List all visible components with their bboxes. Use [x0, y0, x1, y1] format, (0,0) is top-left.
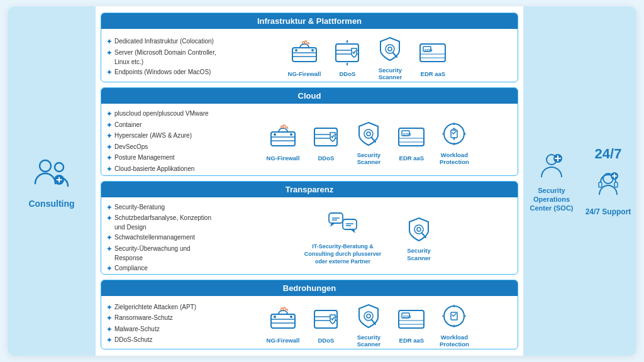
- bullets-infrastruktur: ✦Dedicated Infrastruktur (Colocation) ✦S…: [106, 36, 219, 78]
- svg-point-13: [386, 45, 394, 53]
- svg-point-52: [290, 315, 292, 318]
- svg-point-47: [417, 228, 421, 231]
- ng-firewall-label-bdr: NG-Firewall: [267, 337, 300, 344]
- icons-row-bedrohungen: NG-Firewall DD: [225, 301, 513, 348]
- section-body-transparenz: ✦Security-Beratung ✦Schutzbedarfsanalyse…: [101, 197, 518, 275]
- icon-workload-bdr: WorkloadProtection: [438, 301, 470, 348]
- workload-label-bdr: WorkloadProtection: [440, 334, 469, 348]
- ddos-label-cloud: DDoS: [318, 155, 334, 162]
- icon-security-scanner-bdr: SecurityScanner: [352, 301, 385, 348]
- svg-point-15: [388, 47, 392, 51]
- right-sidebar-support: 24/7 24/7 Support: [580, 6, 636, 356]
- workload-label-cloud: WorkloadProtection: [440, 151, 469, 166]
- icon-edr-infra: EDR EDR aaS: [416, 38, 449, 77]
- icon-workload-cloud: WorkloadProtection: [438, 119, 470, 166]
- section-body-bedrohungen: ✦Zielgerichtete Attacken (APT) ✦Ransomwa…: [101, 296, 518, 349]
- section-header-cloud: Cloud: [101, 88, 518, 104]
- section-body-cloud: ✦pluscloud open/pluscoud VMware ✦Contain…: [101, 104, 518, 175]
- svg-point-45: [414, 225, 423, 234]
- icons-row-infrastruktur: NG-Firewall: [225, 34, 513, 81]
- svg-point-1: [55, 163, 64, 172]
- bullets-cloud: ✦pluscloud open/pluscoud VMware ✦Contain…: [106, 109, 219, 175]
- support-247-block: 24/7: [595, 146, 622, 162]
- svg-text:EDR: EDR: [403, 315, 411, 319]
- left-sidebar: Consulting: [8, 6, 96, 356]
- security-scanner-label-transparenz: SecurityScanner: [407, 247, 431, 261]
- bullets-transparenz: ✦Security-Beratung ✦Schutzbedarfsanalyse…: [106, 202, 219, 275]
- security-scanner-label-bdr: SecurityScanner: [357, 334, 381, 348]
- edr-label-infra: EDR aaS: [421, 70, 446, 77]
- security-scanner-label-infra: SecurityScanner: [379, 67, 402, 81]
- section-infrastruktur: Infrastruktur & Plattformen ✦Dedicated I…: [101, 13, 518, 82]
- icon-security-scanner-transparenz: SecurityScanner: [402, 214, 435, 261]
- main-container: Consulting Infrastruktur & Plattformen ✦…: [8, 6, 636, 356]
- svg-point-0: [40, 160, 51, 172]
- icon-ng-firewall-bdr: NG-Firewall: [267, 304, 300, 344]
- it-consulting-text: IT-Security-Beratung & Consulting durch …: [302, 243, 384, 265]
- svg-text:EDR: EDR: [403, 133, 411, 136]
- it-consulting-box: IT-Security-Beratung & Consulting durch …: [302, 211, 384, 265]
- ddos-label-infra: DDoS: [339, 70, 355, 77]
- icon-edr-bdr: EDR EDR aaS: [395, 304, 428, 344]
- security-scanner-label-cloud: SecurityScanner: [357, 151, 381, 166]
- section-header-transparenz: Transparenz: [101, 182, 518, 197]
- svg-rect-72: [614, 182, 618, 187]
- section-cloud: Cloud ✦pluscloud open/pluscoud VMware ✦C…: [101, 87, 518, 175]
- main-content: Infrastruktur & Plattformen ✦Dedicated I…: [96, 6, 523, 356]
- svg-point-51: [274, 315, 276, 318]
- consulting-label: Consulting: [28, 199, 74, 209]
- svg-point-8: [295, 49, 297, 52]
- svg-rect-71: [599, 182, 602, 187]
- svg-point-56: [364, 312, 373, 321]
- edr-label-bdr: EDR aaS: [399, 337, 425, 344]
- icon-ddos-cloud: DDoS: [309, 122, 342, 162]
- icon-ng-firewall-cloud: NG-Firewall: [267, 122, 300, 162]
- icons-row-transparenz: IT-Security-Beratung & Consulting durch …: [225, 211, 513, 265]
- svg-point-9: [311, 49, 314, 52]
- svg-text:EDR: EDR: [425, 48, 433, 52]
- svg-point-29: [364, 129, 373, 138]
- ng-firewall-label-cloud: NG-Firewall: [267, 155, 300, 162]
- section-bedrohungen: Bedrohungen ✦Zielgerichtete Attacken (AP…: [101, 280, 518, 349]
- icon-ng-firewall-infra: NG-Firewall: [288, 38, 321, 77]
- support-247-label: 24/7: [595, 146, 622, 162]
- icon-ddos-infra: DDoS: [331, 38, 364, 77]
- soc-label: Security Operations Center (SOC): [523, 186, 580, 213]
- ddos-label-bdr: DDoS: [318, 337, 334, 344]
- section-transparenz: Transparenz ✦Security-Beratung ✦Schutzbe…: [101, 181, 518, 275]
- section-header-bedrohungen: Bedrohungen: [101, 280, 518, 296]
- svg-point-58: [367, 314, 370, 318]
- icon-ddos-bdr: DDoS: [309, 304, 342, 344]
- consulting-icon: [31, 153, 72, 194]
- icon-security-scanner-infra: SecurityScanner: [374, 34, 406, 81]
- section-body-infrastruktur: ✦Dedicated Infrastruktur (Colocation) ✦S…: [101, 29, 518, 82]
- icons-row-cloud: NG-Firewall DD: [225, 119, 513, 166]
- support-label: 24/7 Support: [586, 207, 631, 216]
- section-header-infrastruktur: Infrastruktur & Plattformen: [101, 13, 518, 29]
- svg-point-31: [367, 132, 370, 136]
- icon-security-scanner-cloud: SecurityScanner: [352, 119, 385, 166]
- svg-point-24: [274, 133, 276, 136]
- soc-icon: [535, 150, 568, 182]
- svg-rect-40: [343, 219, 357, 229]
- support-icon: [593, 170, 623, 200]
- right-sidebar-soc: Security Operations Center (SOC): [523, 6, 580, 356]
- edr-label-cloud: EDR aaS: [399, 155, 425, 162]
- svg-point-25: [290, 133, 292, 136]
- icon-edr-cloud: EDR EDR aaS: [395, 122, 428, 162]
- bullets-bedrohungen: ✦Zielgerichtete Attacken (APT) ✦Ransomwa…: [106, 302, 219, 346]
- ng-firewall-label-infra: NG-Firewall: [288, 70, 321, 77]
